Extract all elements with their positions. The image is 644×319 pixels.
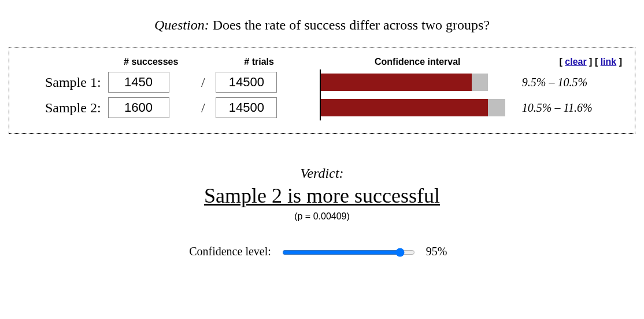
sample2-trials-input[interactable]	[216, 97, 277, 118]
slash-icon: /	[198, 69, 213, 95]
verdict-label: Verdict:	[6, 166, 638, 181]
confidence-label: Confidence level:	[189, 245, 271, 258]
sample1-trials-input[interactable]	[216, 72, 277, 93]
sample1-bar	[320, 69, 515, 95]
sample1-ci-text: 9.5% – 10.5%	[515, 69, 626, 95]
sample1-successes-input[interactable]	[108, 72, 169, 93]
confidence-display: 95%	[426, 245, 455, 258]
sample-row-1: Sample 1: / 9.5% – 10.5%	[18, 69, 626, 95]
sample1-label: Sample 1:	[18, 69, 105, 95]
link-link[interactable]: link	[601, 57, 617, 67]
sample2-successes-input[interactable]	[108, 97, 169, 118]
sample2-label: Sample 2:	[18, 95, 105, 120]
confidence-row: Confidence level: 95%	[6, 245, 638, 258]
slash-icon: /	[198, 95, 213, 120]
p-value: (p = 0.00409)	[6, 211, 638, 222]
sample2-bar	[320, 95, 515, 120]
col-ci: Confidence interval	[320, 54, 515, 69]
panel-actions: [ clear ] [ link ]	[515, 54, 626, 69]
clear-link[interactable]: clear	[565, 57, 586, 67]
confidence-slider[interactable]	[282, 248, 415, 257]
col-successes: # successes	[105, 54, 198, 69]
question-prefix: Question:	[154, 17, 209, 32]
sample-row-2: Sample 2: / 10.5% – 11.6%	[18, 95, 626, 120]
verdict-text: Sample 2 is more successful	[6, 184, 638, 208]
sample2-ci-text: 10.5% – 11.6%	[515, 95, 626, 120]
verdict-block: Verdict: Sample 2 is more successful (p …	[6, 166, 638, 222]
question-text: Does the rate of success differ across t…	[213, 17, 490, 32]
col-trials: # trials	[212, 54, 305, 69]
question-line: Question: Does the rate of success diffe…	[6, 17, 638, 33]
input-panel: # successes # trials Confidence interval…	[9, 47, 635, 134]
